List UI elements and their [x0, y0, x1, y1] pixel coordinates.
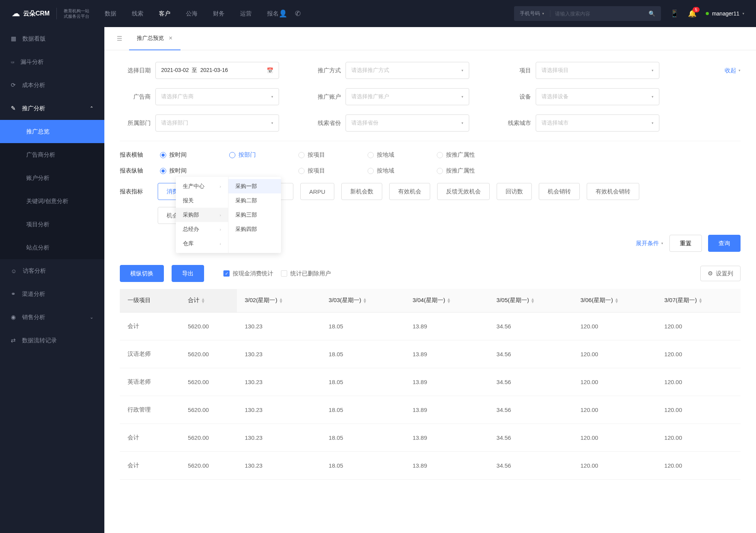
sidebar-sub-item[interactable]: 站点分析 — [0, 236, 104, 259]
user-menu[interactable]: manager11 ▾ — [706, 10, 744, 17]
sidebar-item[interactable]: ⚭渠道分析 — [0, 282, 104, 306]
nav-item[interactable]: 运营 — [240, 10, 252, 17]
cash-stat-checkbox[interactable]: ✓ 按现金消费统计 — [223, 270, 273, 277]
deleted-users-checkbox[interactable]: 统计已删除用户 — [281, 270, 331, 277]
chevron-down-icon: ▾ — [742, 12, 744, 15]
query-button[interactable]: 查询 — [708, 235, 741, 252]
nav-item[interactable]: 财务 — [213, 10, 225, 17]
radio-option[interactable]: 按时间 — [160, 167, 187, 174]
dropdown-item[interactable]: 报关 — [176, 193, 228, 208]
search-icon[interactable]: 🔍 — [643, 10, 661, 17]
table-cell: 18.05 — [321, 396, 405, 424]
nav-item[interactable]: 公海 — [186, 10, 198, 17]
dropdown-item[interactable]: 总经办› — [176, 222, 228, 236]
advertiser-select[interactable]: 请选择广告商▾ — [155, 88, 279, 105]
dept-select[interactable]: 请选择部门▾ — [155, 114, 279, 132]
metric-tag[interactable]: 回访数 — [497, 183, 532, 200]
sidebar-item[interactable]: ⇄数据流转记录 — [0, 329, 104, 352]
device-select[interactable]: 请选择设备▾ — [536, 88, 659, 105]
sidebar-icon: ▦ — [11, 35, 16, 42]
column-header[interactable]: 一级项目 — [120, 289, 180, 312]
metric-tag[interactable]: 新机会数 — [341, 183, 382, 200]
sidebar-label: 数据看版 — [22, 35, 46, 43]
radio-option[interactable]: 按地域 — [368, 167, 394, 174]
sidebar-sub-item[interactable]: 项目分析 — [0, 213, 104, 236]
sidebar-item[interactable]: ▦数据看版 — [0, 27, 104, 50]
search-input[interactable] — [550, 11, 643, 17]
radio-option[interactable]: 按项目 — [298, 151, 325, 159]
tab-promotion-overview[interactable]: 推广总预览 ✕ — [129, 27, 180, 50]
nav-item[interactable]: 报名 — [267, 10, 279, 17]
column-header[interactable]: 3/06(星期一)▲▼ — [573, 289, 657, 312]
dropdown-item[interactable]: 采购四部 — [228, 222, 281, 236]
sort-icon: ▲▼ — [201, 298, 205, 303]
dropdown-item[interactable]: 仓库› — [176, 236, 228, 251]
metric-tag[interactable]: ARPU — [300, 183, 334, 200]
mobile-icon[interactable]: 📱 — [670, 9, 679, 18]
nav-item[interactable]: 数据 — [105, 10, 116, 17]
sort-icon: ▲▼ — [447, 298, 451, 303]
sidebar-item[interactable]: ⎃漏斗分析 — [0, 50, 104, 73]
date-range-picker[interactable]: 2021-03-02 至 2021-03-16 📅 — [155, 62, 279, 79]
nav-item[interactable]: 客户 — [159, 10, 170, 17]
metric-tag[interactable]: 有效机会 — [389, 183, 430, 200]
expand-conditions-link[interactable]: 展开条件 ▾ — [636, 240, 663, 247]
dropdown-item[interactable]: 生产中心› — [176, 179, 228, 193]
sidebar-sub-item[interactable]: 广告商分析 — [0, 143, 104, 166]
table-cell: 130.23 — [237, 451, 321, 479]
metric-tag[interactable]: 机会销转 — [539, 183, 580, 200]
sidebar-item[interactable]: ⟳成本分析 — [0, 73, 104, 97]
logo-subtitle: 教育机构一站 式服务云平台 — [64, 8, 89, 19]
radio-option[interactable]: 按项目 — [298, 167, 325, 174]
search-type-select[interactable]: 手机号码 ▾ — [514, 10, 550, 17]
sidebar-item[interactable]: ✎推广分析⌃ — [0, 97, 104, 120]
table-row: 会计5620.00130.2318.0513.8934.56120.00120.… — [120, 424, 741, 451]
sidebar-icon: ⎃ — [11, 59, 14, 65]
column-header[interactable]: 3/05(星期一)▲▼ — [489, 289, 573, 312]
dropdown-item[interactable]: 采购一部 — [228, 179, 281, 193]
device-label: 设备 — [500, 93, 531, 101]
nav-item[interactable]: 线索 — [132, 10, 143, 17]
set-columns-button[interactable]: ⚙ 设置列 — [700, 266, 741, 281]
close-icon[interactable]: ✕ — [169, 35, 173, 41]
sidebar-sub-item[interactable]: 推广总览 — [0, 120, 104, 143]
table-cell: 5620.00 — [180, 368, 237, 396]
collapse-link[interactable]: 收起 ▾ — [725, 67, 741, 74]
radio-option[interactable]: 按推广属性 — [437, 151, 475, 159]
province-select[interactable]: 请选择省份▾ — [346, 114, 469, 132]
metric-tag[interactable]: 有效机会销转 — [587, 183, 639, 200]
metric-tag[interactable]: 反馈无效机会 — [437, 183, 490, 200]
dropdown-item[interactable]: 采购三部 — [228, 208, 281, 222]
notifications[interactable]: 🔔 5 — [688, 9, 696, 18]
method-select[interactable]: 请选择推广方式▾ — [346, 62, 469, 79]
radio-option[interactable]: 按部门 — [229, 151, 256, 159]
user-icon[interactable]: 👤 — [279, 9, 287, 18]
tab-bar: ☰ 推广总预览 ✕ — [104, 27, 756, 50]
reset-button[interactable]: 重置 — [669, 235, 702, 252]
radio-option[interactable]: 按地域 — [368, 151, 394, 159]
project-select[interactable]: 请选择项目▾ — [536, 62, 659, 79]
city-select[interactable]: 请选择城市▾ — [536, 114, 659, 132]
column-header[interactable]: 3/04(星期一)▲▼ — [405, 289, 489, 312]
dropdown-item[interactable]: 采购部› — [176, 208, 228, 222]
radio-option[interactable]: 按时间 — [160, 151, 187, 159]
column-header[interactable]: 合计▲▼ — [180, 289, 237, 312]
logo[interactable]: ☁ 云朵CRM 教育机构一站 式服务云平台 — [12, 8, 89, 19]
account-select[interactable]: 请选择推广账户▾ — [346, 88, 469, 105]
export-button[interactable]: 导出 — [172, 265, 204, 282]
radio-option[interactable]: 按推广属性 — [437, 167, 475, 174]
advertiser-label: 广告商 — [120, 93, 151, 101]
phone-icon[interactable]: ✆ — [295, 9, 301, 18]
column-header[interactable]: 3/03(星期一)▲▼ — [321, 289, 405, 312]
dropdown-item[interactable]: 采购二部 — [228, 193, 281, 208]
table-cell: 120.00 — [657, 451, 741, 479]
toggle-axis-button[interactable]: 横纵切换 — [120, 265, 164, 282]
sidebar-item[interactable]: ◉销售分析⌄ — [0, 306, 104, 329]
chevron-down-icon: ▾ — [271, 121, 273, 125]
sidebar-sub-item[interactable]: 账户分析 — [0, 166, 104, 190]
column-header[interactable]: 3/07(星期一)▲▼ — [657, 289, 741, 312]
menu-toggle-icon[interactable]: ☰ — [110, 35, 129, 42]
column-header[interactable]: 3/02(星期一)▲▼ — [237, 289, 321, 312]
sidebar-item[interactable]: ☺访客分析 — [0, 259, 104, 282]
sidebar-sub-item[interactable]: 关键词/创意分析 — [0, 190, 104, 213]
